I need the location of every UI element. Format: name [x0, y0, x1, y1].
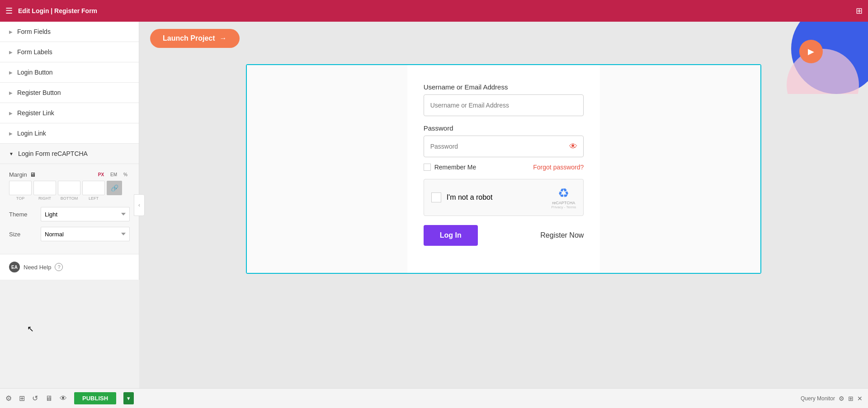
theme-setting: Theme Light Normal Dark [9, 207, 130, 221]
query-monitor-label: Query Monitor [801, 395, 835, 402]
recaptcha-label: I'm not a robot [447, 193, 493, 202]
recaptcha-logo-icon: ♻ [558, 186, 569, 201]
monitor-icon: 🖥 [30, 171, 36, 178]
recaptcha-sub: Privacy - Terms [551, 205, 576, 209]
margin-setting: Margin 🖥 PX EM % � [9, 171, 130, 201]
form-preview-wrapper: Username or Email Address Password 👁 [246, 64, 761, 274]
chevron-right-icon: ▶ [9, 111, 13, 116]
launch-arrow-icon: → [220, 34, 227, 42]
need-help-label: Need Help [24, 264, 51, 271]
sidebar-item-label: Login Form reCAPTCHA [18, 150, 88, 157]
margin-left-input[interactable] [82, 181, 105, 195]
publish-arrow-button[interactable]: ▾ [123, 392, 134, 404]
recaptcha-branding: reCAPTCHA [552, 201, 575, 205]
launch-project-label: Launch Project [163, 34, 215, 42]
recaptcha-checkbox[interactable] [431, 192, 441, 202]
grid-icon[interactable]: ⊞ [856, 6, 863, 16]
sidebar-item-login-button[interactable]: ▶ Login Button [0, 62, 139, 83]
margin-bottom-label: BOTTOM [58, 196, 80, 201]
responsive-icon[interactable]: 🖥 [45, 394, 52, 403]
qm-expand-icon[interactable]: ⊞ [848, 395, 854, 402]
help-icon[interactable]: ? [55, 263, 63, 271]
form-preview-right [600, 65, 760, 273]
sidebar-item-label: Login Link [17, 130, 46, 137]
preview-icon[interactable]: 👁 [60, 394, 67, 403]
recaptcha-left: I'm not a robot [431, 192, 493, 202]
margin-inputs: 🔗 [9, 181, 130, 195]
register-now-link[interactable]: Register Now [540, 231, 584, 239]
size-label: Size [9, 231, 41, 238]
theme-select[interactable]: Light Normal Dark [41, 207, 130, 221]
ea-badge: EA [9, 262, 20, 272]
chevron-right-icon: ▶ [9, 50, 13, 55]
username-label: Username or Email Address [424, 83, 584, 91]
chevron-right-icon: ▶ [9, 29, 13, 34]
margin-label: Margin [9, 171, 27, 178]
sidebar-item-label: Register Button [17, 89, 61, 96]
margin-top-input[interactable] [9, 181, 32, 195]
settings-panel: Margin 🖥 PX EM % � [0, 164, 139, 254]
recaptcha-box: I'm not a robot ♻ reCAPTCHA Privacy - Te… [424, 179, 584, 216]
username-input[interactable] [424, 94, 584, 116]
size-select[interactable]: Normal Small Large [41, 227, 130, 241]
main-layout: ▶ Form Fields ▶ Form Labels ▶ Login Butt… [0, 22, 868, 388]
margin-labels: TOP RIGHT BOTTOM LEFT [9, 196, 130, 201]
sidebar-item-login-form-recaptcha[interactable]: ▼ Login Form reCAPTCHA [0, 144, 139, 164]
remember-me-checkbox[interactable] [424, 164, 431, 171]
history-icon[interactable]: ↺ [32, 394, 38, 403]
sidebar-item-label: Register Link [17, 109, 54, 117]
form-preview-center: Username or Email Address Password 👁 [407, 65, 600, 273]
chevron-right-icon: ▶ [9, 131, 13, 136]
sidebar-item-register-button[interactable]: ▶ Register Button [0, 83, 139, 103]
launch-project-button[interactable]: Launch Project → [150, 29, 240, 48]
unit-percent[interactable]: % [121, 171, 130, 178]
top-bar: ☰ Edit Login | Register Form ⊞ [0, 0, 868, 22]
sidebar-item-label: Form Labels [17, 48, 52, 56]
password-input[interactable] [424, 136, 584, 157]
sidebar-collapse-handle[interactable]: ‹ [134, 194, 145, 216]
page-title: Edit Login | Register Form [18, 7, 850, 14]
canvas-area: ▶ Launch Project → Username or Email Add… [139, 22, 868, 388]
settings-icon[interactable]: ⚙ [5, 394, 12, 403]
sidebar-item-login-link[interactable]: ▶ Login Link [0, 123, 139, 144]
chevron-right-icon: ▶ [9, 90, 13, 95]
unit-px[interactable]: PX [96, 171, 106, 178]
form-preview-left [247, 65, 407, 273]
sidebar-footer: EA Need Help ? [0, 254, 139, 280]
sidebar-item-register-link[interactable]: ▶ Register Link [0, 103, 139, 123]
eye-icon[interactable]: 👁 [569, 142, 577, 151]
bottom-toolbar: ⚙ ⊞ ↺ 🖥 👁 PUBLISH ▾ Query Monitor ⚙ ⊞ ✕ [0, 388, 868, 408]
margin-right-input[interactable] [33, 181, 56, 195]
play-button[interactable]: ▶ [799, 40, 823, 63]
login-button[interactable]: Log In [424, 225, 478, 246]
hamburger-icon[interactable]: ☰ [5, 6, 13, 16]
remember-left: Remember Me [424, 164, 476, 171]
recaptcha-right: ♻ reCAPTCHA Privacy - Terms [551, 186, 576, 209]
qm-icons: ⚙ ⊞ ✕ [839, 395, 863, 402]
sidebar-item-label: Login Button [17, 69, 53, 76]
action-row: Log In Register Now [424, 225, 584, 246]
sidebar-item-label: Form Fields [17, 28, 51, 35]
sidebar-wrapper: ▶ Form Fields ▶ Form Labels ▶ Login Butt… [0, 22, 139, 388]
password-label: Password [424, 124, 584, 132]
margin-link-button[interactable]: 🔗 [107, 181, 122, 195]
chevron-down-icon: ▼ [9, 151, 14, 156]
sidebar-item-form-fields[interactable]: ▶ Form Fields [0, 22, 139, 42]
query-monitor-bar: Query Monitor ⚙ ⊞ ✕ [801, 395, 863, 402]
sidebar: ▶ Form Fields ▶ Form Labels ▶ Login Butt… [0, 22, 139, 280]
chevron-right-icon: ▶ [9, 70, 13, 75]
unit-em[interactable]: EM [108, 171, 119, 178]
theme-label: Theme [9, 211, 41, 218]
size-setting: Size Normal Small Large [9, 227, 130, 241]
decor-area: ▶ [732, 22, 868, 94]
sidebar-item-form-labels[interactable]: ▶ Form Labels [0, 42, 139, 62]
margin-bottom-input[interactable] [58, 181, 80, 195]
margin-left-label: LEFT [82, 196, 105, 201]
remember-row: Remember Me Forgot password? [424, 164, 584, 171]
qm-close-icon[interactable]: ✕ [857, 395, 863, 402]
publish-button[interactable]: PUBLISH [74, 392, 116, 404]
forgot-password-link[interactable]: Forgot password? [533, 164, 584, 171]
qm-settings-icon[interactable]: ⚙ [839, 395, 844, 402]
layers-icon[interactable]: ⊞ [19, 394, 25, 403]
margin-top-label: TOP [9, 196, 32, 201]
